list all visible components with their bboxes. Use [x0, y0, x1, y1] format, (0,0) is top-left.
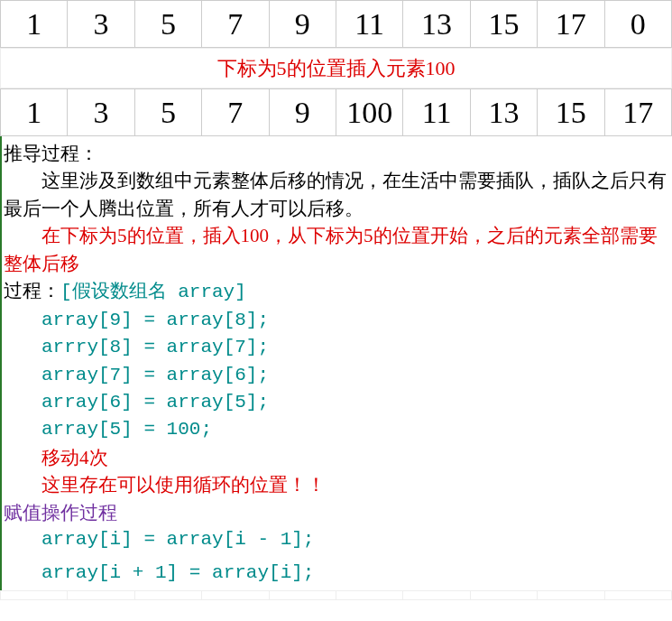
- code-line: array[7] = array[6];: [4, 362, 670, 389]
- cell: 7: [202, 1, 269, 48]
- cell: 5: [134, 89, 201, 136]
- cell: 0: [604, 1, 671, 48]
- generic-code: array[i] = array[i - 1];: [4, 526, 670, 553]
- cell: 3: [68, 89, 134, 136]
- code-line: array[6] = array[5];: [4, 389, 670, 416]
- code-line: array[9] = array[8];: [4, 307, 670, 334]
- loop-note: 这里存在可以使用循环的位置！！: [4, 471, 670, 498]
- paragraph-highlight: 在下标为5的位置，插入100，从下标为5的位置开始，之后的元素全部需要整体后移: [4, 222, 670, 277]
- caption-row: 下标为5的位置插入元素100: [0, 48, 672, 88]
- paragraph: 这里涉及到数组中元素整体后移的情况，在生活中需要插队，插队之后只有最后一个人腾出…: [4, 167, 670, 222]
- process-line: 过程：[假设数组名 array]: [4, 277, 670, 306]
- cell: 15: [470, 1, 537, 48]
- process-assumption: [假设数组名 array]: [60, 282, 246, 302]
- footer-grid: [0, 590, 672, 600]
- cell: 9: [269, 1, 336, 48]
- code-line: arrry[8] = array[7];: [4, 334, 670, 361]
- cell: 11: [336, 1, 402, 48]
- cell: 9: [269, 89, 336, 136]
- array-after-table: 1357910011131517: [0, 88, 672, 136]
- cell: 11: [403, 89, 470, 136]
- generic-code: array[i + 1] = array[i];: [4, 560, 670, 587]
- cell: 13: [403, 1, 470, 48]
- cell: 17: [604, 89, 671, 136]
- explanation-block: 推导过程： 这里涉及到数组中元素整体后移的情况，在生活中需要插队，插队之后只有最…: [0, 136, 672, 590]
- section-title: 推导过程：: [4, 140, 670, 167]
- cell: 13: [470, 89, 537, 136]
- caption-text: 下标为5的位置插入元素100: [1, 49, 672, 88]
- cell: 1: [1, 89, 68, 136]
- cell: 15: [538, 89, 604, 136]
- process-label: 过程：: [4, 280, 60, 301]
- code-line: array[5] = 100;: [4, 416, 670, 443]
- assign-title: 赋值操作过程: [4, 499, 670, 526]
- cell: 1: [1, 1, 68, 48]
- cell: 100: [336, 89, 402, 136]
- move-note: 移动4次: [4, 444, 670, 471]
- cell: 3: [68, 1, 134, 48]
- cell: 7: [202, 89, 269, 136]
- array-before-table: 1 3 5 7 9 11 13 15 17 0: [0, 0, 672, 48]
- cell: 5: [134, 1, 201, 48]
- cell: 17: [538, 1, 604, 48]
